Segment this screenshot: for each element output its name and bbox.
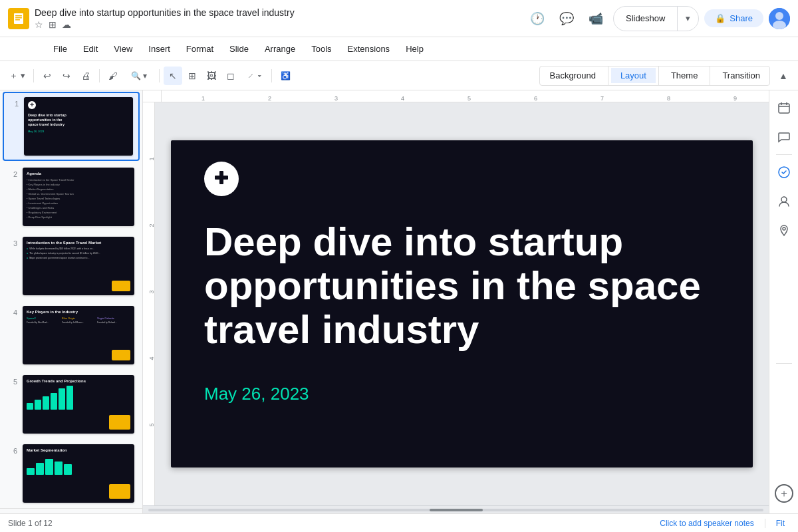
paint-format-btn[interactable]: 🖌 — [104, 66, 122, 85]
svg-point-13 — [783, 227, 785, 230]
menu-format[interactable]: Format — [180, 41, 220, 57]
menu-help[interactable]: Help — [399, 41, 430, 57]
scrollbar-thumb[interactable] — [430, 509, 483, 511]
thumb-2-items: • Introduction to the Space Travel Secto… — [27, 178, 130, 219]
ruler-h-5: 5 — [467, 95, 471, 102]
toolbar: ＋ ▾ ↩ ↪ 🖨 🖌 🔍 ▾ ↖ ⊞ 🖼 ◻ ⟋ ▾ ♿ Background… — [0, 61, 798, 90]
accessibility-btn[interactable]: ♿ — [276, 66, 295, 85]
tasks-icon[interactable] — [772, 160, 796, 184]
theme-btn[interactable]: Theme — [662, 68, 707, 83]
doc-title[interactable]: Deep dive into startup opportunities in … — [35, 7, 520, 18]
slide-thumb-2[interactable]: 2 Agenda • Introduction to the Space Tra… — [3, 164, 140, 230]
ruler-v-4: 4 — [148, 356, 154, 360]
menu-slide[interactable]: Slide — [223, 41, 255, 57]
transition-btn[interactable]: Transition — [713, 68, 769, 83]
print-btn[interactable]: 🖨 — [76, 66, 95, 85]
background-btn[interactable]: Background — [540, 68, 604, 83]
toolbar-collapse-btn[interactable]: ▲ — [774, 66, 793, 85]
ruler-v-1: 1 — [148, 157, 154, 160]
undo-btn[interactable]: ↩ — [38, 66, 57, 85]
ruler-h-9: 9 — [733, 95, 737, 102]
menu-view[interactable]: View — [107, 41, 139, 57]
maps-icon[interactable] — [772, 219, 796, 243]
slide-canvas-wrapper: 1 2 3 4 5 — [143, 102, 769, 505]
cursor-btn[interactable]: ↖ — [164, 66, 182, 85]
slide-title: Deep dive into startup opportunities in … — [204, 220, 720, 352]
new-slide-btn[interactable]: ＋ ▾ — [5, 66, 29, 85]
history-btn[interactable]: 🕐 — [525, 7, 549, 31]
slide-num-1: 1 — [9, 97, 19, 156]
thumb-5-title: Growth Trends and Projections — [27, 379, 130, 383]
thumb-1-date: May 26, 2023 — [28, 130, 129, 133]
calendar-icon[interactable] — [772, 96, 796, 120]
comments-btn[interactable]: 💬 — [555, 7, 579, 31]
slide-date: May 26, 2023 — [204, 384, 720, 404]
zoom-btn[interactable]: 🔍 ▾ — [123, 66, 155, 85]
slides-icon[interactable]: ⊞ — [49, 19, 57, 30]
slide-format-bar: Background Layout Theme Transition — [539, 66, 770, 86]
canvas-scrollbar[interactable] — [143, 505, 769, 513]
slide-thumb-4[interactable]: 4 Key Players in the Industry SpaceX Fou… — [3, 302, 140, 368]
title-actions: 🕐 💬 📹 Slideshow ▾ 🔒 Share — [525, 6, 790, 31]
thumb-2-title: Agenda — [27, 172, 130, 176]
slideshow-button[interactable]: Slideshow — [614, 9, 677, 27]
zoom-fit-btn[interactable]: Fit — [771, 517, 790, 529]
menu-tools[interactable]: Tools — [305, 41, 338, 57]
toolbar-group-history: ↩ ↪ 🖨 — [38, 66, 95, 85]
menu-extensions[interactable]: Extensions — [341, 41, 397, 57]
ruler-v-2: 2 — [148, 223, 154, 227]
scrollbar-track[interactable] — [148, 509, 763, 511]
canvas-area: 1 2 3 4 5 6 7 8 9 1 2 3 4 5 — [143, 90, 769, 513]
user-avatar[interactable] — [769, 8, 790, 29]
status-bar: Slide 1 of 12 Click to add speaker notes… — [0, 513, 798, 532]
google-slides-logo — [8, 8, 29, 29]
slide-main-text: Deep dive into startup opportunities in … — [204, 220, 720, 404]
shape-btn[interactable]: ◻ — [221, 66, 240, 85]
people-icon[interactable] — [772, 190, 796, 213]
slide-num-3: 3 — [8, 237, 17, 295]
slide-stage[interactable]: Deep dive into startup opportunities in … — [155, 102, 769, 505]
video-btn[interactable]: 📹 — [584, 7, 608, 31]
slide-preview-6: Market Segmentation — [23, 444, 134, 503]
menu-insert[interactable]: Insert — [142, 41, 177, 57]
layout-btn[interactable]: Layout — [611, 68, 656, 83]
menu-edit[interactable]: Edit — [76, 41, 104, 57]
ruler-h-7: 7 — [600, 95, 604, 102]
slide-num-2: 2 — [8, 168, 17, 226]
slide-thumb-6[interactable]: 6 Market Segmentation — [3, 440, 140, 507]
thumb-3-title: Introduction to the Space Travel Market — [27, 241, 130, 245]
svg-rect-0 — [14, 13, 23, 24]
slides-panel: 1 ✛ Deep dive into startupopportunities … — [0, 90, 143, 513]
svg-point-12 — [781, 197, 787, 202]
line-btn[interactable]: ⟋ ▾ — [241, 66, 267, 85]
redo-btn[interactable]: ↪ — [57, 66, 76, 85]
star-icon[interactable]: ☆ — [35, 19, 43, 30]
cloud-icon[interactable]: ☁ — [62, 19, 71, 30]
ruler-corner — [143, 90, 162, 102]
slide-thumb-1[interactable]: 1 ✛ Deep dive into startupopportunities … — [3, 92, 140, 161]
image-btn[interactable]: 🖼 — [202, 66, 221, 85]
slideshow-btn-group: Slideshow ▾ — [613, 6, 699, 31]
slide-num-5: 5 — [8, 375, 17, 434]
lock-icon: 🔒 — [715, 13, 726, 23]
menu-file[interactable]: File — [47, 41, 74, 57]
share-label: Share — [730, 13, 753, 23]
notes-toggle-btn[interactable]: Click to add speaker notes — [654, 517, 759, 529]
share-button[interactable]: 🔒 Share — [704, 9, 763, 27]
main-slide: Deep dive into startup opportunities in … — [171, 140, 753, 467]
menu-bar: File Edit View Insert Format Slide Arran… — [0, 37, 798, 61]
add-sidebar-plugin-btn[interactable]: ＋ — [775, 484, 793, 503]
select-btn[interactable]: ⊞ — [183, 66, 201, 85]
slide-logo — [204, 162, 239, 196]
title-bar: Deep dive into startup opportunities in … — [0, 0, 798, 37]
comments-side-icon[interactable] — [772, 125, 796, 149]
ruler-h-marks: 1 2 3 4 5 6 7 8 9 — [162, 90, 769, 102]
slide-thumb-3[interactable]: 3 Introduction to the Space Travel Marke… — [3, 233, 140, 299]
menu-arrange[interactable]: Arrange — [258, 41, 302, 57]
slideshow-dropdown-btn[interactable]: ▾ — [677, 7, 698, 31]
svg-rect-1 — [15, 15, 22, 17]
thumb-6-title: Market Segmentation — [27, 448, 130, 452]
slide-thumb-5[interactable]: 5 Growth Trends and Projections — [3, 371, 140, 438]
slide-logo-symbol — [212, 168, 231, 190]
toolbar-separator-1 — [33, 69, 34, 82]
